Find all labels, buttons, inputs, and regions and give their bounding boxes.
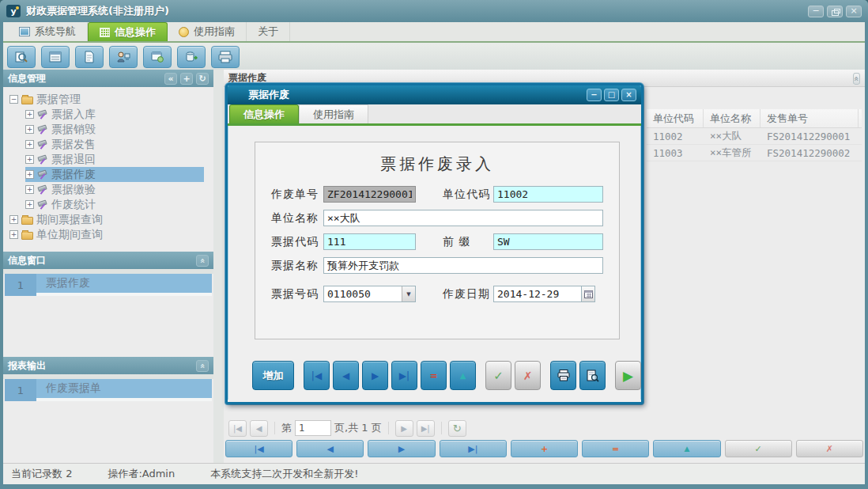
clock-icon	[179, 27, 189, 37]
cell-sale-no: FS201412290002	[760, 145, 859, 161]
tree-item-void-stats[interactable]: + 作废统计	[25, 197, 213, 212]
collapse-node-icon[interactable]: −	[9, 95, 18, 104]
refresh-icon[interactable]: ↻	[196, 73, 209, 85]
record-prev-button[interactable]: ◀	[296, 440, 364, 457]
dropdown-arrow-icon[interactable]: ▼	[402, 286, 415, 301]
last-icon: ▶|	[399, 370, 409, 381]
record-add-button[interactable]: +	[511, 440, 578, 457]
dialog-maximize-icon[interactable]: □	[604, 89, 619, 101]
window-button[interactable]	[143, 46, 172, 68]
collapse-left-icon[interactable]: «	[164, 73, 177, 85]
dialog-tab-user-guide[interactable]: 使用指南	[299, 104, 368, 123]
expand-node-icon[interactable]: +	[25, 170, 34, 179]
restore-icon[interactable]	[827, 6, 843, 17]
close-icon[interactable]: ×	[846, 6, 862, 17]
expand-node-icon[interactable]: +	[9, 215, 18, 224]
tree-item-ticket-destroy[interactable]: + 票据销毁	[25, 122, 213, 137]
user-button[interactable]	[109, 46, 138, 68]
grid-row[interactable]: 11003 ××车管所 FS201412290002	[647, 145, 862, 161]
page-first-button[interactable]: |◀	[228, 420, 247, 437]
expand-node-icon[interactable]: +	[25, 185, 34, 194]
tree-item-ticket-sell[interactable]: + 票据发售	[25, 137, 213, 152]
dialog-print-button[interactable]	[550, 361, 576, 390]
tree-folder-unit-period-query[interactable]: + 单位期间查询	[9, 227, 213, 242]
prefix-field[interactable]	[493, 233, 603, 250]
grid-col-sale-no[interactable]: 发售单号	[760, 109, 859, 127]
ticket-no-select[interactable]: 0110050 ▼	[323, 286, 416, 302]
tree-item-ticket-verify[interactable]: + 票据缴验	[25, 182, 213, 197]
expand-node-icon[interactable]: +	[25, 110, 34, 119]
page-last-button[interactable]: ▶|	[417, 420, 435, 437]
minimize-icon[interactable]: −	[808, 6, 824, 17]
expand-node-icon[interactable]: +	[25, 125, 34, 134]
report-list-item[interactable]: 1 作废票据单	[5, 379, 212, 401]
dialog-close-icon[interactable]: ×	[621, 89, 636, 101]
calendar-icon[interactable]	[582, 286, 595, 302]
tree-item-ticket-return[interactable]: + 票据退回	[25, 152, 213, 167]
tool-icon	[37, 109, 48, 119]
record-delete-button[interactable]: =	[582, 440, 649, 457]
document-button[interactable]	[75, 46, 104, 68]
tree-item-ticket-inbound[interactable]: + 票据入库	[25, 107, 213, 122]
expand-node-icon[interactable]: +	[25, 200, 34, 209]
dialog-prev-button[interactable]: ◀	[333, 361, 359, 390]
page-number-input[interactable]	[295, 420, 331, 436]
dialog-preview-button[interactable]	[579, 361, 606, 390]
void-date-field[interactable]	[493, 286, 582, 302]
ticket-name-field[interactable]	[323, 257, 603, 274]
tab-system-nav[interactable]: 系统导航	[8, 22, 88, 41]
collapse-up-icon[interactable]: «	[196, 360, 209, 372]
tree-item-ticket-void[interactable]: + 票据作废	[25, 167, 204, 182]
print-preview-icon	[586, 370, 599, 382]
add-icon[interactable]: +	[180, 73, 193, 85]
splitter[interactable]	[213, 70, 224, 463]
main-tabbar: 系统导航 信息操作 使用指南 关于	[3, 22, 865, 43]
ticket-code-field[interactable]	[323, 233, 416, 250]
info-window-list-item[interactable]: 1 票据作废	[5, 274, 212, 296]
dialog-tab-info-operation[interactable]: 信息操作	[229, 104, 299, 123]
dialog-minimize-icon[interactable]: −	[587, 89, 602, 101]
page-next-button[interactable]: ▶	[395, 420, 413, 437]
dialog-run-button[interactable]: ▶	[615, 361, 641, 390]
dialog-titlebar[interactable]: 票据作废 − □ ×	[228, 85, 641, 104]
collapse-up-icon[interactable]: «	[853, 73, 860, 85]
unit-name-field[interactable]	[323, 210, 603, 226]
print-button[interactable]	[211, 46, 240, 68]
record-first-button[interactable]: |◀	[225, 440, 292, 457]
record-last-button[interactable]: ▶|	[440, 440, 507, 457]
add-button[interactable]: 增加	[252, 361, 294, 390]
dialog-confirm-button[interactable]: ✓	[485, 361, 511, 390]
grid-col-unit-code[interactable]: 单位代码	[647, 109, 704, 127]
tab-about[interactable]: 关于	[247, 22, 290, 41]
record-confirm-button[interactable]: ✓	[725, 440, 792, 457]
dialog-delete-button[interactable]: =	[421, 361, 447, 390]
export-button[interactable]	[177, 46, 206, 68]
dialog-edit-button[interactable]: ▲	[450, 361, 476, 390]
page-prev-button[interactable]: ◀	[250, 420, 268, 437]
tab-user-guide[interactable]: 使用指南	[168, 22, 247, 41]
tree-folder-period-query[interactable]: + 期间票据查询	[9, 212, 213, 227]
dialog-last-button[interactable]: ▶|	[391, 361, 417, 390]
expand-node-icon[interactable]: +	[9, 230, 18, 239]
page-refresh-button[interactable]: ↻	[448, 420, 466, 437]
dialog-next-button[interactable]: ▶	[362, 361, 388, 390]
unit-code-field[interactable]	[493, 186, 603, 203]
grid-col-unit-name[interactable]: 单位名称	[704, 109, 760, 127]
tree-root-ticket-mgmt[interactable]: − 票据管理	[9, 92, 213, 107]
form-view-button[interactable]	[41, 46, 70, 68]
dialog-cancel-button[interactable]: ✗	[515, 361, 541, 390]
record-cancel-button[interactable]: ✗	[796, 440, 863, 457]
info-window-panel-header: 信息窗口 «	[3, 252, 213, 269]
record-edit-button[interactable]: ▲	[653, 440, 720, 457]
collapse-up-icon[interactable]: «	[196, 255, 209, 267]
list-item-index: 1	[5, 274, 36, 296]
record-next-button[interactable]: ▶	[368, 440, 435, 457]
cell-unit-name: ××大队	[704, 128, 760, 144]
expand-node-icon[interactable]: +	[25, 155, 34, 164]
grid-row[interactable]: 11002 ××大队 FS201412290001	[647, 128, 862, 145]
void-date-label: 作废日期	[443, 287, 493, 301]
expand-node-icon[interactable]: +	[25, 140, 34, 149]
search-button[interactable]	[7, 46, 36, 68]
dialog-first-button[interactable]: |◀	[304, 361, 330, 390]
tab-info-operation[interactable]: 信息操作	[88, 22, 168, 41]
